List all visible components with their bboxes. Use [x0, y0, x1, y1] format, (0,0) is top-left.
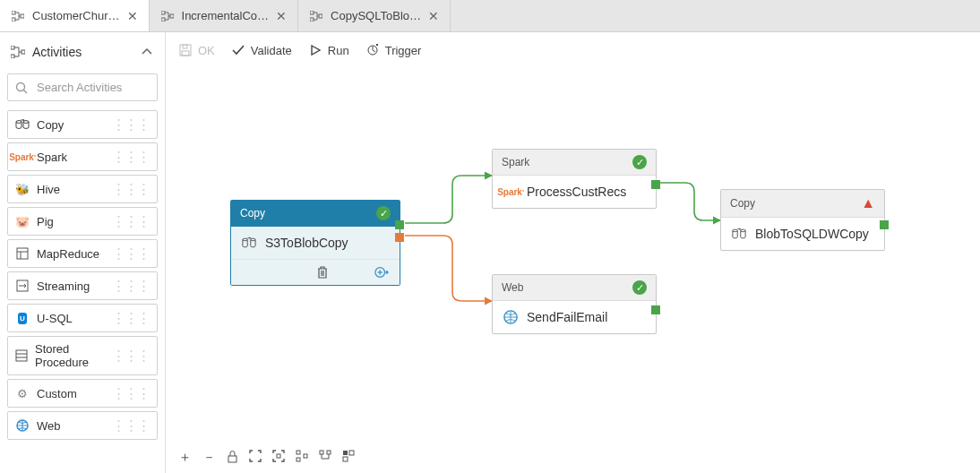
svg-rect-42	[327, 451, 331, 454]
close-icon[interactable]: ✕	[276, 9, 287, 23]
lock-icon[interactable]	[227, 450, 238, 466]
sidebar-item-web[interactable]: Web ⋮⋮⋮	[7, 411, 158, 440]
tab-label: IncrementalCo…	[182, 9, 270, 22]
drag-grip-icon: ⋮⋮⋮	[112, 310, 150, 326]
sidebar-item-hive[interactable]: 🐝Hive ⋮⋮⋮	[7, 175, 158, 203]
validate-label: Validate	[251, 44, 292, 57]
web-icon	[503, 310, 518, 324]
ok-label: OK	[198, 44, 215, 57]
sidebar-item-streaming[interactable]: Streaming ⋮⋮⋮	[7, 271, 158, 300]
sidebar-item-label: Web	[37, 419, 61, 433]
pipeline-canvas[interactable]: Copy✓ S3ToBlobCopy Spark✓ Spark* Process…	[166, 68, 980, 473]
node-processcustrecs[interactable]: Spark✓ Spark* ProcessCustRecs	[492, 149, 657, 209]
close-icon[interactable]: ✕	[428, 9, 439, 23]
svg-rect-6	[310, 11, 314, 14]
chevron-up-icon[interactable]	[140, 45, 154, 59]
spark-icon: Spark*	[503, 185, 518, 199]
drag-grip-icon: ⋮⋮⋮	[112, 417, 150, 434]
svg-rect-11	[21, 50, 25, 54]
spark-icon: Spark*	[15, 150, 30, 164]
align-icon[interactable]	[319, 450, 331, 465]
copy-icon	[242, 236, 256, 250]
tab-copysqltoblob[interactable]: CopySQLToBlo… ✕	[298, 0, 451, 31]
fit-to-screen-icon[interactable]	[249, 450, 262, 465]
sidebar-item-custom[interactable]: ⚙Custom ⋮⋮⋮	[7, 379, 158, 408]
copy-icon	[15, 117, 30, 132]
svg-rect-0	[12, 11, 15, 14]
node-type-label: Copy	[240, 207, 265, 219]
zoom-out-icon[interactable]: －	[202, 449, 216, 466]
sidebar-item-label: Custom	[37, 387, 77, 400]
svg-rect-41	[320, 451, 323, 454]
svg-point-14	[16, 121, 21, 124]
sidebar-item-copy[interactable]: Copy ⋮⋮⋮	[7, 110, 158, 139]
svg-rect-2	[21, 14, 24, 18]
node-title: ProcessCustRecs	[527, 185, 626, 199]
delete-icon[interactable]	[315, 265, 330, 280]
svg-rect-26	[183, 45, 187, 48]
drag-grip-icon: ⋮⋮⋮	[112, 213, 150, 229]
run-button[interactable]: Run	[308, 43, 349, 57]
trigger-button[interactable]: Trigger	[365, 43, 422, 57]
sidebar-item-spark[interactable]: Spark*Spark ⋮⋮⋮	[7, 142, 158, 171]
sidebar: Activities Copy ⋮⋮⋮ Spark*Spark ⋮⋮⋮ 🐝Hiv…	[0, 32, 166, 473]
search-icon	[15, 81, 28, 95]
svg-rect-5	[170, 14, 174, 18]
svg-point-35	[741, 229, 745, 231]
sidebar-item-label: Pig	[37, 215, 54, 228]
tab-customerchurn[interactable]: CustomerChur… ✕	[0, 0, 150, 31]
svg-rect-20	[16, 350, 27, 361]
storedprocedure-icon	[15, 348, 28, 363]
svg-rect-45	[343, 457, 348, 461]
activities-icon	[11, 45, 25, 59]
pig-icon: 🐷	[15, 214, 30, 228]
svg-rect-43	[343, 451, 348, 455]
node-blobtosqldwcopy[interactable]: Copy▲ BlobToSQLDWCopy	[720, 189, 885, 251]
streaming-icon	[15, 279, 30, 293]
drag-grip-icon: ⋮⋮⋮	[112, 278, 150, 294]
svg-line-13	[24, 90, 28, 93]
sidebar-item-label: Spark	[37, 150, 67, 164]
hive-icon: 🐝	[15, 182, 30, 196]
node-type-label: Spark	[502, 156, 529, 168]
svg-rect-16	[17, 248, 28, 259]
status-ok-icon: ✓	[632, 155, 647, 169]
pipeline-icon	[160, 9, 175, 23]
validate-button[interactable]: Validate	[231, 43, 292, 57]
node-title: SendFailEmail	[527, 310, 607, 324]
sidebar-item-label: MapReduce	[37, 247, 99, 261]
theme-icon[interactable]	[342, 450, 355, 465]
ok-button[interactable]: OK	[178, 43, 215, 57]
svg-rect-39	[297, 458, 300, 461]
drag-grip-icon: ⋮⋮⋮	[112, 385, 150, 401]
status-ok-icon: ✓	[376, 206, 391, 220]
add-output-icon[interactable]	[374, 265, 389, 280]
sidebar-item-pig[interactable]: 🐷Pig ⋮⋮⋮	[7, 207, 158, 236]
auto-layout-icon[interactable]	[296, 450, 308, 465]
svg-rect-25	[182, 51, 189, 56]
svg-point-15	[23, 121, 29, 124]
drag-grip-icon: ⋮⋮⋮	[112, 348, 150, 364]
svg-rect-7	[310, 18, 314, 22]
drag-grip-icon: ⋮⋮⋮	[112, 149, 150, 165]
close-icon[interactable]: ✕	[127, 9, 138, 23]
run-label: Run	[328, 44, 349, 57]
node-type-label: Copy	[730, 197, 755, 210]
trigger-label: Trigger	[385, 44, 422, 57]
zoom-100-icon[interactable]	[272, 450, 285, 465]
sidebar-item-storedprocedure[interactable]: Stored Procedure ⋮⋮⋮	[7, 336, 158, 375]
play-icon	[308, 43, 322, 57]
node-s3toblobcopy[interactable]: Copy✓ S3ToBlobCopy	[230, 200, 400, 286]
node-sendfailemail[interactable]: Web✓ SendFailEmail	[492, 274, 657, 334]
sidebar-item-mapreduce[interactable]: MapReduce ⋮⋮⋮	[7, 239, 158, 268]
svg-rect-8	[319, 14, 322, 18]
sidebar-item-usql[interactable]: UU-SQL ⋮⋮⋮	[7, 304, 158, 332]
zoom-in-icon[interactable]: ＋	[178, 449, 192, 466]
sidebar-item-label: U-SQL	[37, 312, 73, 325]
search-input[interactable]	[7, 73, 158, 101]
sidebar-item-label: Stored Procedure	[35, 342, 112, 369]
svg-rect-4	[161, 18, 165, 22]
tab-incrementalcopy[interactable]: IncrementalCo… ✕	[150, 0, 299, 31]
mapreduce-icon	[15, 246, 30, 261]
svg-rect-10	[11, 55, 14, 58]
